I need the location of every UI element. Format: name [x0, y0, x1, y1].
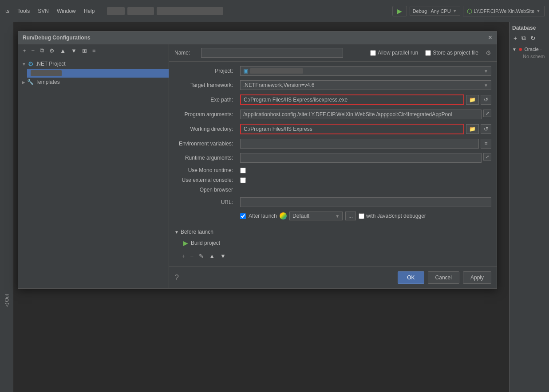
- before-launch-add-button[interactable]: +: [180, 252, 187, 260]
- menu-tools[interactable]: Tools: [16, 7, 32, 15]
- db-item: ▼ ● Oracle -: [512, 45, 546, 54]
- target-framework-select[interactable]: .NETFramework,Version=v4.6 ▼: [240, 80, 491, 90]
- cancel-button[interactable]: Cancel: [428, 271, 459, 284]
- menu-svn[interactable]: SVN: [36, 7, 51, 15]
- before-launch-section: ▼ Before launch ▶ Build project + − ✎: [174, 225, 491, 262]
- js-debugger-text: with JavaScript debugger: [366, 213, 426, 219]
- menu-window[interactable]: Window: [55, 7, 78, 15]
- env-vars-control: ≡: [240, 139, 491, 149]
- allow-parallel-label[interactable]: Allow parallel run: [370, 50, 418, 56]
- tree-selected-config[interactable]: [27, 69, 169, 78]
- toolbar-block-1: [107, 7, 125, 15]
- tree-net-project-group[interactable]: ▼ ⚙ .NET Project: [18, 59, 169, 69]
- tree-up-button[interactable]: ▲: [58, 47, 67, 55]
- project-label: LY.DFF.CIP.WeiXin.WebSite: [474, 8, 535, 14]
- working-dir-browse-button[interactable]: 📁: [466, 124, 479, 134]
- tree-wrench-button[interactable]: ⚙: [47, 47, 56, 55]
- menu-help[interactable]: Help: [82, 7, 97, 15]
- tree-add-button[interactable]: +: [21, 47, 28, 55]
- browser-more-button[interactable]: ...: [345, 212, 356, 220]
- program-args-expand-button[interactable]: ⤢: [483, 110, 491, 117]
- run-debug-dialog: Run/Debug Configurations × + − ⧉ ⚙ ▲ ▼ ⊞…: [18, 31, 497, 289]
- tree-sort-button[interactable]: ≡: [91, 47, 98, 55]
- tree-sub-item: [18, 69, 169, 78]
- name-label: Name:: [174, 50, 197, 56]
- use-external-checkbox[interactable]: [240, 177, 246, 183]
- database-panel-title: Database: [512, 25, 546, 31]
- exe-path-browse-button[interactable]: 📁: [466, 95, 479, 105]
- browser-select[interactable]: Default ▼: [289, 212, 343, 220]
- db-schema-text: No schem: [512, 54, 546, 59]
- store-as-project-label[interactable]: Store as project file: [425, 50, 478, 56]
- env-vars-input[interactable]: [240, 139, 479, 149]
- use-mono-checkbox[interactable]: [240, 168, 246, 173]
- target-framework-row: Target framework: .NETFramework,Version=…: [174, 80, 491, 90]
- tree-templates-group[interactable]: ▶ 🔧 Templates: [18, 78, 169, 86]
- tree-down-button[interactable]: ▼: [69, 47, 79, 55]
- dialog-footer: ? OK Cancel Apply: [169, 267, 497, 288]
- name-input[interactable]: [201, 48, 343, 58]
- config-scroll: Project: ▣ ▼: [169, 62, 497, 267]
- tree-remove-button[interactable]: −: [30, 47, 37, 55]
- before-launch-up-button[interactable]: ▲: [207, 252, 217, 260]
- project-select-icon: ▣: [243, 68, 248, 74]
- project-select[interactable]: ▣ ▼: [240, 66, 491, 76]
- before-launch-toolbar: + − ✎ ▲ ▼: [174, 250, 491, 262]
- target-framework-value: .NETFramework,Version=v4.6: [243, 82, 314, 88]
- open-browser-section: Open browser URL:: [174, 187, 491, 220]
- working-dir-reset-button[interactable]: ↺: [481, 124, 491, 134]
- runtime-args-label: Runtime arguments:: [174, 155, 237, 161]
- after-launch-checkbox[interactable]: [240, 213, 246, 219]
- tree-copy-button[interactable]: ⧉: [38, 46, 46, 55]
- before-launch-edit-button[interactable]: ✎: [197, 252, 205, 260]
- dialog-body: + − ⧉ ⚙ ▲ ▼ ⊞ ≡ ▼ ⚙ .NET P: [18, 44, 497, 288]
- database-toolbar: + ⧉ ↻: [512, 34, 546, 42]
- project-label: Project:: [174, 68, 237, 74]
- project-control: ▣ ▼: [240, 66, 491, 76]
- program-args-input[interactable]: [240, 110, 482, 119]
- working-dir-input[interactable]: [240, 124, 464, 134]
- run-arrow-icon: ▶: [397, 8, 402, 15]
- open-browser-label: Open browser: [174, 187, 237, 193]
- run-controls: ▶ Debug | Any CPU ▼ ⬡ LY.DFF.CIP.WeiXin.…: [392, 6, 545, 16]
- db-copy-button[interactable]: ⧉: [520, 34, 527, 42]
- db-add-button[interactable]: +: [512, 34, 518, 42]
- left-panel: ◁ Out: [0, 22, 13, 392]
- before-launch-label: Before launch: [181, 229, 213, 235]
- store-as-project-checkbox[interactable]: [425, 50, 431, 56]
- runtime-args-input[interactable]: [240, 153, 482, 163]
- build-project-icon: ▶: [183, 239, 188, 247]
- debug-dropdown[interactable]: Debug | Any CPU ▼: [410, 7, 460, 16]
- before-launch-down-button[interactable]: ▼: [218, 252, 228, 260]
- project-selector[interactable]: ⬡ LY.DFF.CIP.WeiXin.WebSite ▼: [463, 6, 545, 16]
- runtime-args-row: Runtime arguments: ⤢: [174, 153, 491, 163]
- config-name-block: [31, 70, 62, 76]
- apply-button[interactable]: Apply: [463, 271, 491, 284]
- env-vars-edit-button[interactable]: ≡: [481, 139, 491, 149]
- url-label: URL:: [174, 199, 237, 205]
- project-caret-icon: ▼: [484, 69, 488, 74]
- working-dir-label: Working directory:: [174, 126, 237, 132]
- js-debugger-label[interactable]: with JavaScript debugger: [359, 213, 426, 219]
- run-button[interactable]: ▶: [392, 6, 407, 16]
- toolbar-block-3: [157, 7, 223, 15]
- store-settings-icon[interactable]: ⚙: [486, 49, 491, 56]
- db-refresh-button[interactable]: ↻: [529, 34, 537, 42]
- tree-group-button[interactable]: ⊞: [80, 47, 89, 55]
- ok-button[interactable]: OK: [398, 271, 424, 284]
- js-debugger-checkbox[interactable]: [359, 213, 364, 219]
- top-bar-left: ts Tools SVN Window Help: [0, 7, 392, 15]
- exe-path-reset-button[interactable]: ↺: [481, 95, 491, 105]
- launch-row: After launch Default ▼ ...: [240, 212, 426, 220]
- help-button[interactable]: ?: [174, 273, 179, 282]
- exe-path-input[interactable]: [240, 94, 464, 105]
- allow-parallel-checkbox[interactable]: [370, 50, 376, 56]
- before-launch-header[interactable]: ▼ Before launch: [174, 229, 491, 235]
- before-launch-remove-button[interactable]: −: [189, 252, 196, 260]
- db-expand-icon: ▼: [512, 47, 517, 52]
- dialog-close-button[interactable]: ×: [488, 34, 492, 41]
- url-input[interactable]: [240, 197, 491, 207]
- open-browser-row: Open browser: [174, 187, 491, 193]
- runtime-args-expand-button[interactable]: ⤢: [483, 153, 491, 161]
- menu-ts[interactable]: ts: [4, 7, 11, 15]
